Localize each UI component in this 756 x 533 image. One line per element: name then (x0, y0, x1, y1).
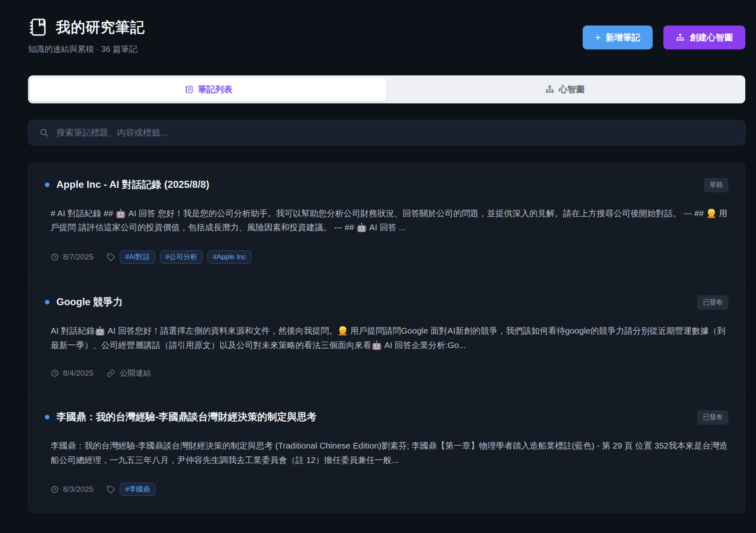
note-date: 8/4/2025 (63, 369, 93, 378)
new-note-button[interactable]: + 新增筆記 (583, 26, 653, 49)
header-actions: + 新增筆記 創建心智圖 (583, 26, 745, 49)
note-title: Apple Inc - AI 對話記錄 (2025/8/8) (56, 178, 695, 191)
clock-icon (51, 369, 59, 377)
status-badge: 草稿 (704, 178, 728, 192)
note-meta: 8/4/2025 公開連結 (51, 368, 728, 379)
note-card[interactable]: Google 競爭力 已發布 AI 對話紀錄🤖 AI 回答您好！請選擇左側的資料… (28, 280, 745, 395)
note-list: Apple Inc - AI 對話記錄 (2025/8/8) 草稿 # AI 對… (28, 163, 745, 513)
tag-icon (107, 253, 115, 261)
note-card[interactable]: Apple Inc - AI 對話記錄 (2025/8/8) 草稿 # AI 對… (28, 163, 745, 280)
header: 我的研究筆記 知識的連結與累積 · 36 篇筆記 + 新增筆記 創建心智圖 (28, 17, 745, 55)
plus-icon: + (595, 33, 601, 42)
status-badge: 已發布 (697, 295, 728, 310)
notebook-icon (28, 17, 48, 37)
public-link[interactable]: 公開連結 (120, 368, 151, 379)
search-input[interactable] (56, 127, 734, 138)
note-preview: AI 對話紀錄🤖 AI 回答您好！請選擇左側的資料來源和文件，然後向我提問。👱 … (51, 324, 728, 352)
note-date: 8/3/2025 (63, 485, 93, 494)
view-tabbar: 筆記列表 心智圖 (28, 75, 745, 103)
tag-pill[interactable]: #公司分析 (160, 250, 203, 264)
status-badge: 已發布 (697, 410, 728, 425)
note-card[interactable]: 李國鼎：我的台灣經驗-李國鼎談台灣財經決策的制定與思考 已發布 李國鼎：我的台灣… (28, 395, 745, 512)
mindmap-icon (676, 33, 685, 42)
clock-icon (51, 485, 59, 493)
clock-icon (51, 253, 59, 261)
mindmap-icon (545, 85, 554, 94)
notes-page: 我的研究筆記 知識的連結與累積 · 36 篇筆記 + 新增筆記 創建心智圖 (0, 0, 756, 513)
new-note-label: 新增筆記 (606, 32, 640, 43)
tab-mindmap-label: 心智圖 (559, 84, 585, 95)
note-meta: 8/3/2025 #李國鼎 (51, 483, 728, 496)
create-mindmap-button[interactable]: 創建心智圖 (663, 26, 745, 49)
note-preview: # AI 對話紀錄 ## 🤖 AI 回答 您好！我是您的公司分析助手。我可以幫助… (51, 206, 728, 235)
note-meta: 8/7/2025 #AI對話 #公司分析 #Apple Inc (51, 250, 728, 264)
tab-note-list-label: 筆記列表 (198, 84, 233, 95)
note-title: 李國鼎：我的台灣經驗-李國鼎談台灣財經決策的制定與思考 (56, 410, 689, 423)
tag-pill[interactable]: #AI對話 (120, 250, 155, 264)
page-title: 我的研究筆記 (56, 18, 145, 37)
title-block: 我的研究筆記 知識的連結與累積 · 36 篇筆記 (28, 17, 145, 55)
tag-icon (107, 485, 115, 493)
note-bullet-dot (45, 415, 49, 419)
note-title: Google 競爭力 (56, 295, 689, 308)
page-subtitle: 知識的連結與累積 · 36 篇筆記 (28, 44, 145, 55)
note-preview: 李國鼎：我的台灣經驗-李國鼎談台灣財經決策的制定與思考 (Traditional… (51, 439, 728, 467)
tag-pill[interactable]: #Apple Inc (208, 250, 251, 264)
note-bullet-dot (45, 182, 49, 187)
create-mindmap-label: 創建心智圖 (690, 32, 733, 43)
note-date: 8/7/2025 (63, 252, 93, 262)
note-bullet-dot (45, 300, 49, 304)
search-bar (28, 120, 745, 145)
link-icon (107, 369, 115, 377)
tab-mindmap[interactable]: 心智圖 (387, 77, 743, 101)
tag-pill[interactable]: #李國鼎 (120, 483, 155, 496)
note-list-icon (184, 85, 194, 94)
tab-note-list[interactable]: 筆記列表 (30, 77, 387, 101)
search-icon (39, 128, 49, 138)
